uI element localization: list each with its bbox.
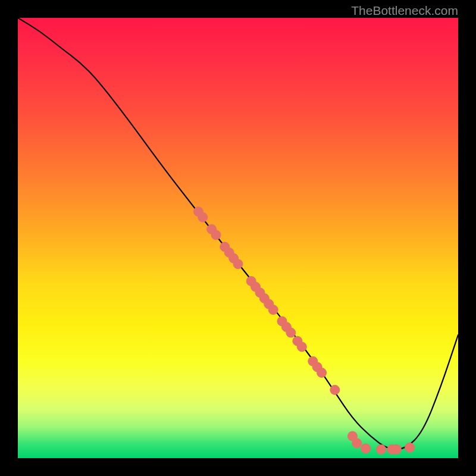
chart-plot-area <box>18 18 458 458</box>
curve-marker <box>392 444 401 454</box>
chart-frame: TheBottleneck.com <box>0 0 476 476</box>
curve-marker <box>198 212 208 222</box>
curve-marker <box>211 230 221 240</box>
curve-marker <box>352 439 362 448</box>
curve-markers <box>193 207 414 455</box>
curve-marker <box>377 444 386 454</box>
curve-marker <box>361 444 371 453</box>
watermark-text: TheBottleneck.com <box>351 4 458 18</box>
chart-overlay-svg <box>18 18 458 458</box>
curve-marker <box>233 259 243 269</box>
curve-marker <box>330 385 340 394</box>
curve-marker <box>268 305 278 315</box>
curve-marker <box>317 368 327 377</box>
bottleneck-curve <box>18 18 458 449</box>
curve-marker <box>286 328 296 337</box>
curve-marker <box>405 443 415 452</box>
curve-marker <box>297 342 306 352</box>
